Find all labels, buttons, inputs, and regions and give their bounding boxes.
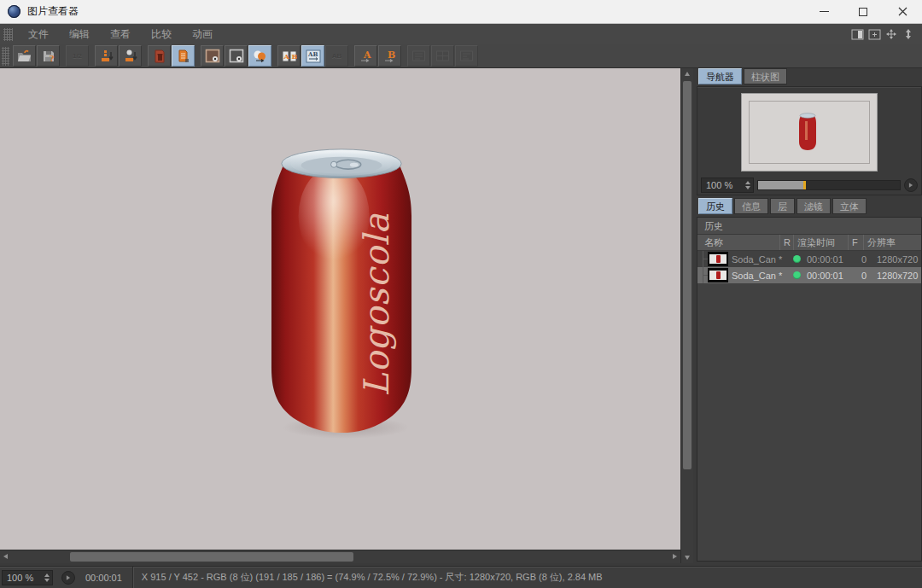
navigator-preview[interactable] — [741, 93, 878, 172]
render-time: 00:00:01 — [807, 271, 861, 281]
tab-history[interactable]: 历史 — [698, 198, 732, 214]
swap-ab-button[interactable] — [248, 45, 271, 67]
move-panel-icon[interactable] — [884, 27, 898, 41]
close-button[interactable] — [883, 0, 922, 23]
compare-frame-b-icon — [229, 49, 244, 63]
resize-panel-icon[interactable] — [902, 27, 915, 41]
svg-text:A: A — [283, 52, 289, 61]
image-canvas[interactable]: Logoscola — [0, 68, 680, 550]
zoom-spinner-icon[interactable] — [742, 181, 750, 189]
play-button[interactable] — [61, 571, 75, 585]
menu-grip-handle[interactable] — [3, 28, 13, 41]
open-image-button[interactable] — [13, 45, 36, 67]
svg-text:B: B — [291, 52, 297, 61]
status-dot-icon — [793, 255, 801, 263]
link-ab-button[interactable] — [407, 45, 430, 67]
history-row-selected[interactable]: Soda_Can * 00:00:01 0 1280x720 — [697, 267, 921, 283]
history-panel-title: 历史 — [697, 218, 921, 235]
render-thumbnail[interactable] — [708, 268, 728, 282]
render-thumbnail[interactable] — [708, 252, 728, 266]
minimize-icon — [820, 11, 829, 12]
menu-compare[interactable]: 比较 — [141, 24, 182, 44]
history-panel: 历史 名称 R 渲染时间 F 分辨率 Soda_Can * 00:00:01 0… — [697, 217, 922, 562]
save-image-button[interactable]: ? — [37, 45, 60, 67]
ab-overlay-button[interactable]: AB — [325, 45, 348, 67]
move-image-up-button[interactable] — [95, 45, 118, 67]
delete-image-icon — [153, 49, 166, 63]
statusbar-pixel-info: X 915 / Y 452 - RGB (8 位) (191 / 185 / 1… — [142, 571, 603, 584]
statusbar-time: 00:00:01 — [85, 573, 122, 583]
statusbar-zoom-field[interactable]: 100 % — [2, 570, 53, 585]
menu-file[interactable]: 文件 — [18, 24, 59, 44]
render-name: Soda_Can * — [732, 271, 793, 281]
animation-compare-button[interactable] — [455, 45, 478, 67]
half-resolution-button[interactable]: 1/2 — [66, 45, 89, 67]
zoom-slider-fill — [758, 181, 803, 189]
move-image-down-button[interactable] — [119, 45, 142, 67]
ab-split-vertical-button[interactable]: AB — [301, 45, 324, 67]
toolbar-grip-handle[interactable] — [2, 47, 9, 66]
tab-layer[interactable]: 层 — [770, 198, 795, 214]
menu-right-icons — [850, 27, 922, 41]
navigator-can-thumbnail — [798, 111, 817, 152]
navigator-tabs: 导航器 柱状图 — [698, 68, 787, 84]
thumbnail-can-icon — [716, 255, 721, 263]
menu-edit[interactable]: 编辑 — [59, 24, 100, 44]
triangle-right-icon — [909, 183, 913, 188]
column-render-time[interactable]: 渲染时间 — [793, 235, 848, 250]
tab-navigator[interactable]: 导航器 — [698, 68, 742, 84]
column-r[interactable]: R — [779, 235, 793, 250]
split-panel-icon[interactable] — [850, 27, 864, 41]
zoom-spinner-icon[interactable] — [41, 573, 50, 582]
column-resolution[interactable]: 分辨率 — [863, 235, 921, 250]
tree-branch-icon — [697, 251, 708, 267]
minimize-button[interactable] — [804, 0, 843, 23]
ab-split-horizontal-button[interactable]: AB — [277, 45, 301, 67]
tab-filter[interactable]: 滤镜 — [797, 198, 831, 214]
navigator-options-button[interactable] — [904, 178, 918, 192]
render-status-cell — [793, 271, 807, 279]
maximize-button[interactable] — [843, 0, 883, 23]
set-compare-b-button[interactable]: B — [378, 45, 401, 67]
compare-frame-b-button[interactable] — [225, 45, 248, 67]
tab-histogram[interactable]: 柱状图 — [744, 68, 787, 84]
tab-info[interactable]: 信息 — [734, 198, 768, 214]
thumbnail-can-icon — [716, 271, 721, 279]
zoom-slider-marker[interactable] — [803, 181, 806, 189]
column-name[interactable]: 名称 — [697, 235, 779, 250]
set-compare-a-icon: A — [359, 49, 373, 63]
app-icon — [8, 5, 20, 18]
window-title: 图片查看器 — [27, 4, 79, 19]
menu-animation[interactable]: 动画 — [182, 24, 223, 44]
scroll-right-icon — [673, 554, 677, 559]
image-manager-button[interactable] — [172, 45, 195, 67]
compare-frame-a-icon — [205, 49, 220, 63]
svg-text:B: B — [388, 49, 395, 61]
vertical-scroll-thumb[interactable] — [683, 81, 692, 469]
tree-branch-icon — [697, 267, 708, 283]
right-panel: 导航器 柱状图 100 % 历史 信息 层 滤镜 — [697, 68, 922, 566]
navigator-zoom-slider[interactable] — [757, 180, 901, 190]
column-f[interactable]: F — [848, 235, 863, 250]
multi-view-button[interactable] — [431, 45, 454, 67]
horizontal-scroll-thumb[interactable] — [70, 552, 353, 562]
multi-view-icon — [435, 49, 450, 62]
history-row[interactable]: Soda_Can * 00:00:01 0 1280x720 — [697, 251, 921, 267]
canvas-vertical-scrollbar[interactable] — [680, 68, 693, 563]
render-status-cell — [793, 255, 807, 263]
canvas-horizontal-scrollbar[interactable] — [0, 550, 680, 563]
compare-frame-a-button[interactable] — [201, 45, 224, 67]
half-resolution-icon: 1/2 — [73, 52, 82, 60]
add-panel-icon[interactable] — [867, 27, 881, 41]
image-manager-icon — [177, 49, 190, 63]
can-label-text: Logoscola — [356, 212, 397, 396]
delete-image-button[interactable] — [148, 45, 171, 67]
navigator-zoom-field[interactable]: 100 % — [701, 178, 754, 193]
tab-stereo[interactable]: 立体 — [832, 198, 867, 214]
ab-overlay-icon: AB — [332, 52, 342, 60]
title-bar: 图片查看器 — [0, 0, 922, 24]
scroll-left-icon — [3, 554, 8, 559]
set-compare-a-button[interactable]: A — [354, 45, 377, 67]
ab-split-horizontal-icon: AB — [282, 49, 297, 63]
menu-view[interactable]: 查看 — [100, 24, 141, 44]
